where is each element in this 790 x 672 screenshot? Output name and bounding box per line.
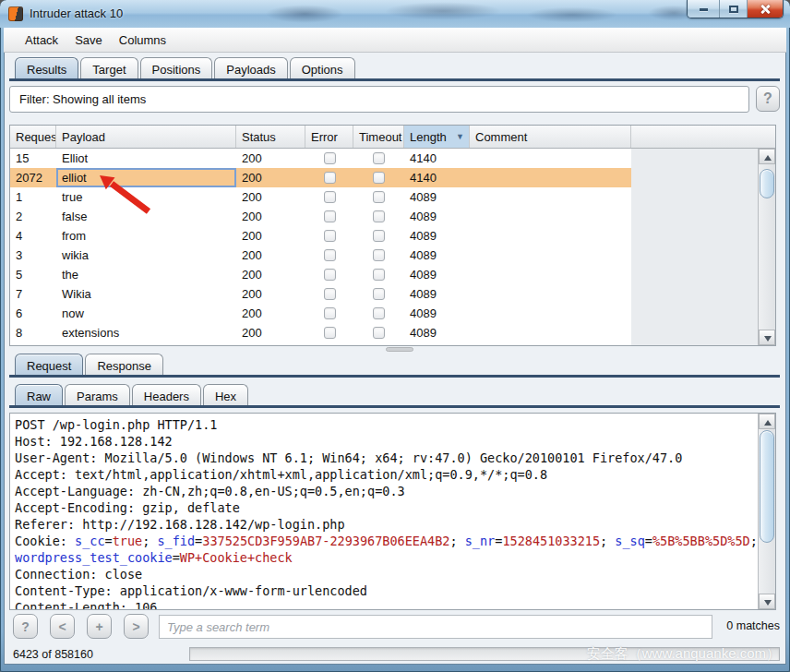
column-header-error[interactable]: Error (305, 126, 353, 148)
splitter-grip-icon (386, 347, 413, 352)
table-row[interactable]: 2072elliot2004140 (10, 168, 631, 187)
request-line: User-Agent: Mozilla/5.0 (Windows NT 6.1;… (15, 450, 758, 466)
request-line: Content-Type: application/x-www-form-url… (15, 582, 758, 599)
request-line: Accept: text/html,application/xhtml+xml,… (15, 466, 758, 483)
table-row[interactable]: 3wikia2004089 (10, 246, 631, 265)
table-row[interactable]: 6now2004089 (10, 304, 631, 323)
cell-comment (470, 187, 631, 207)
results-table-body: 15Elliot20041402072elliot20041401true200… (10, 149, 631, 345)
cell-status: 200 (236, 284, 305, 304)
table-row[interactable]: 1true2004089 (10, 187, 631, 207)
cell-length: 4089 (404, 265, 470, 284)
viewer-scrollbar[interactable] (758, 414, 775, 609)
cell-status: 200 (236, 304, 305, 323)
cell-payload: false (56, 207, 236, 226)
burp-app-icon (8, 6, 23, 21)
cell-comment (470, 168, 631, 187)
scroll-down-icon[interactable] (759, 594, 775, 609)
cell-length: 4140 (404, 149, 470, 168)
cell-timeout (353, 284, 404, 304)
search-help-button[interactable]: ? (13, 614, 38, 639)
tab-accent-line (9, 78, 780, 81)
request-raw-view[interactable]: POST /wp-login.php HTTP/1.1Host: 192.168… (9, 413, 776, 610)
tab-options[interactable]: Options (290, 57, 355, 80)
column-header-comment[interactable]: Comment (470, 126, 631, 148)
cell-error (305, 168, 353, 187)
tab-headers[interactable]: Headers (132, 384, 201, 407)
tab-raw[interactable]: Raw (15, 384, 63, 407)
request-line: Referer: http://192.168.128.142/wp-login… (15, 516, 758, 533)
request-line: Cookie: s_cc=true; s_fid=337525CD3F959AB… (15, 533, 758, 549)
timeout-checkbox (373, 210, 385, 222)
scrollbar-thumb[interactable] (760, 169, 774, 198)
cell-status: 200 (236, 207, 305, 226)
cell-request: 8 (10, 323, 56, 342)
error-checkbox (324, 230, 336, 242)
menu-save[interactable]: Save (68, 31, 109, 49)
timeout-checkbox (373, 307, 385, 319)
scroll-up-icon[interactable] (759, 414, 775, 429)
pane-splitter[interactable] (9, 346, 780, 354)
search-options-button[interactable]: + (87, 614, 112, 639)
cell-length: 4140 (404, 168, 470, 187)
tab-accent-line (9, 375, 780, 378)
tab-payloads[interactable]: Payloads (214, 57, 287, 80)
tab-params[interactable]: Params (65, 384, 130, 407)
sort-desc-icon: ▼ (456, 132, 464, 141)
column-header-status[interactable]: Status (236, 126, 305, 148)
menu-attack[interactable]: Attack (18, 31, 65, 49)
tab-request[interactable]: Request (15, 354, 83, 377)
column-header-timeout[interactable]: Timeout (353, 126, 404, 148)
main-tab-strip: ResultsTargetPositionsPayloadsOptions (15, 57, 355, 80)
tab-results[interactable]: Results (15, 57, 78, 80)
cell-length: 4089 (404, 187, 470, 207)
error-checkbox (324, 152, 336, 164)
cell-length: 4089 (404, 246, 470, 265)
close-button[interactable] (748, 0, 783, 18)
cell-timeout (353, 246, 404, 265)
table-row[interactable]: 8extensions2004089 (10, 323, 631, 342)
column-header-payload[interactable]: Payload (56, 126, 236, 148)
cell-error (305, 187, 353, 207)
cell-payload: Wikia (56, 284, 236, 304)
timeout-checkbox (373, 288, 385, 300)
filter-label: Filter: Showing all items (19, 92, 146, 106)
message-tab-strip: RequestResponse (15, 354, 163, 377)
cell-error (305, 284, 353, 304)
table-row[interactable]: 5the2004089 (10, 265, 631, 284)
tab-response[interactable]: Response (85, 354, 163, 377)
cell-request: 2 (10, 207, 56, 226)
scroll-down-icon[interactable] (759, 330, 775, 345)
table-right-filler (631, 149, 758, 345)
next-match-button[interactable]: > (124, 614, 149, 639)
tab-target[interactable]: Target (80, 57, 138, 80)
cell-payload: extensions (56, 323, 236, 342)
table-scrollbar[interactable] (758, 149, 775, 345)
search-input[interactable] (159, 615, 712, 639)
cell-payload: from (56, 226, 236, 246)
prev-match-button[interactable]: < (50, 614, 75, 639)
filter-help-button[interactable]: ? (756, 86, 780, 112)
cell-timeout (353, 323, 404, 342)
table-row[interactable]: 15Elliot2004140 (10, 149, 631, 168)
table-row[interactable]: 4from2004089 (10, 226, 631, 246)
tab-positions[interactable]: Positions (140, 57, 213, 80)
cell-timeout (353, 168, 404, 187)
table-row[interactable]: 2false2004089 (10, 207, 631, 226)
cell-comment (470, 323, 631, 342)
scrollbar-thumb[interactable] (760, 430, 774, 543)
filter-bar[interactable]: Filter: Showing all items (9, 86, 749, 113)
table-row[interactable]: 7Wikia2004089 (10, 284, 631, 304)
maximize-button[interactable] (720, 0, 748, 18)
tab-hex[interactable]: Hex (203, 384, 248, 407)
scroll-up-icon[interactable] (759, 149, 775, 164)
cell-timeout (353, 304, 404, 323)
title-bar[interactable]: Intruder attack 10 (0, 0, 790, 28)
cell-comment (470, 207, 631, 226)
column-header-length[interactable]: Length▼ (404, 126, 470, 148)
cell-timeout (353, 265, 404, 284)
column-header-request[interactable]: Request (10, 126, 56, 148)
minimize-button[interactable] (688, 0, 720, 18)
cell-status: 200 (236, 149, 305, 168)
menu-columns[interactable]: Columns (113, 31, 173, 49)
